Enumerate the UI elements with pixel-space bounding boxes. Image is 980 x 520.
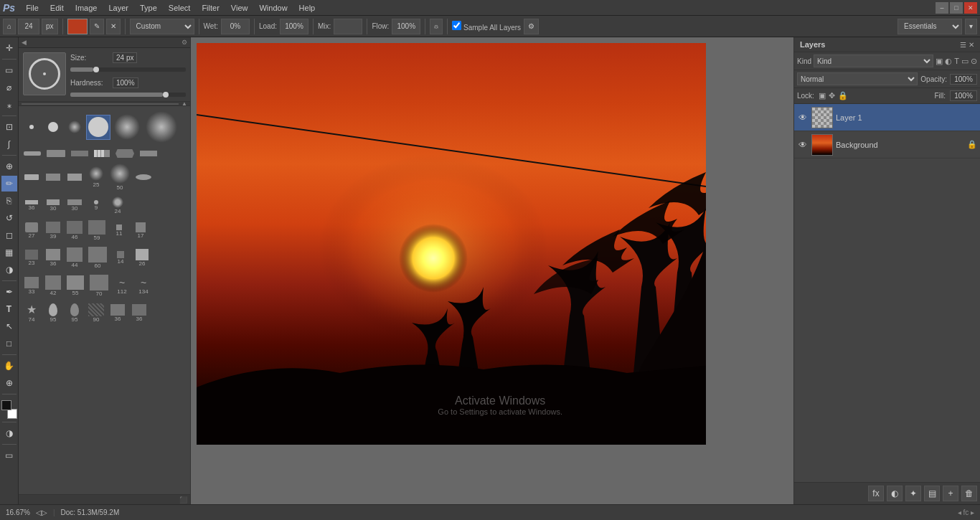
brush-preset-3[interactable] — [65, 118, 85, 136]
load-input[interactable] — [280, 19, 308, 34]
wet-input[interactable] — [221, 19, 250, 34]
minimize-button[interactable]: – — [936, 2, 948, 14]
brush-preset-texture-1[interactable]: 90 — [86, 301, 106, 325]
brush-type-button[interactable]: ⌂ — [3, 19, 16, 34]
filter-pixel-icon[interactable]: ▣ — [936, 57, 943, 66]
brush-preset-r7-6[interactable]: ~ 134 — [133, 275, 154, 297]
layer-new-button[interactable]: + — [943, 486, 958, 501]
maximize-button[interactable]: □ — [950, 2, 963, 14]
size-value[interactable]: 24 px — [113, 52, 137, 63]
hardness-slider-thumb[interactable] — [163, 92, 169, 98]
brush-preset-drop-1[interactable]: 95 — [43, 301, 63, 325]
brush-preset-r6-2[interactable]: 36 — [43, 247, 63, 269]
tool-marquee[interactable]: ▭ — [1, 62, 17, 78]
menu-window[interactable]: Window — [254, 2, 292, 14]
brush-panel-expand[interactable]: ⬛ — [179, 496, 187, 504]
brush-preset-r4-5[interactable]: 24 — [108, 194, 128, 217]
canvas-image[interactable]: Activate Windows Go to Settings to activ… — [197, 43, 706, 445]
pressure-button[interactable]: ⚙ — [524, 19, 539, 34]
sample-all-checkbox[interactable] — [452, 21, 461, 30]
brush-preset-round-sm-2[interactable]: 50 — [108, 161, 132, 193]
layer-delete-button[interactable]: 🗑 — [961, 486, 977, 501]
layer-item-layer1[interactable]: 👁 Layer 1 — [794, 104, 980, 131]
brush-preset-r6-3[interactable]: 44 — [65, 245, 85, 270]
brush-preset-dash-4[interactable] — [92, 148, 112, 159]
tool-wand[interactable]: ⁎ — [1, 97, 17, 113]
layer-mask-button[interactable]: ◐ — [887, 486, 903, 501]
lock-pixels-icon[interactable]: ▣ — [819, 91, 826, 100]
hardness-value[interactable]: 100% — [113, 77, 138, 88]
workspace-manage-button[interactable]: ▾ — [965, 19, 977, 34]
lock-move-icon[interactable]: ✥ — [829, 91, 835, 100]
tool-shape[interactable]: □ — [1, 336, 17, 351]
panel-menu-icon[interactable]: ☰ — [960, 41, 966, 49]
brush-preset-r5-3[interactable]: 46 — [65, 219, 85, 242]
blend-mode-select[interactable]: Normal — [797, 72, 918, 85]
tool-heal[interactable]: ⊕ — [1, 159, 17, 174]
menu-edit[interactable]: Edit — [45, 2, 69, 14]
layer-adjust-button[interactable]: ✦ — [905, 486, 921, 501]
layer-item-background[interactable]: 👁 Background 🔒 — [794, 131, 980, 159]
brush-preset-1[interactable] — [22, 123, 42, 132]
brush-preset-r4-3[interactable]: 30 — [65, 197, 85, 214]
panel-collapse-left[interactable]: ◀ — [22, 39, 27, 46]
lock-all-icon[interactable]: 🔒 — [838, 91, 848, 100]
tool-zoom[interactable]: ⊕ — [1, 375, 17, 391]
close-button[interactable]: ✕ — [964, 2, 977, 14]
menu-type[interactable]: Type — [135, 2, 162, 14]
brush-preset-r4-1[interactable]: 36 — [22, 198, 42, 213]
tool-gradient[interactable]: ▦ — [1, 245, 17, 260]
opacity-input[interactable] — [950, 74, 977, 85]
tool-type[interactable]: T — [1, 301, 17, 317]
brush-preset-r3-4[interactable] — [133, 172, 154, 182]
tool-move[interactable]: ✛ — [1, 40, 17, 56]
tool-crop[interactable]: ⊡ — [1, 119, 17, 135]
brush-preset-texture-3[interactable]: 36 — [129, 302, 149, 324]
brush-preset-dash-2[interactable] — [44, 148, 67, 159]
brush-preset-texture-2[interactable]: 36 — [108, 302, 128, 324]
size-slider-thumb[interactable] — [93, 67, 99, 72]
filter-type-icon[interactable]: T — [954, 57, 959, 66]
layer-group-button[interactable]: ▤ — [924, 486, 940, 501]
zoom-level[interactable]: 16.67% — [6, 509, 30, 516]
brush-preset-4[interactable] — [86, 115, 110, 140]
brush-preset-r5-2[interactable]: 39 — [43, 219, 63, 242]
brush-preset-dash-6[interactable] — [138, 148, 159, 159]
background-color[interactable] — [7, 409, 17, 419]
tool-path-select[interactable]: ↖ — [1, 318, 17, 334]
quick-mask-button[interactable]: ◑ — [1, 425, 17, 441]
tool-dodge[interactable]: ◑ — [1, 262, 17, 278]
tool-pen[interactable]: ✒ — [1, 284, 17, 300]
flow-input[interactable] — [392, 19, 420, 34]
brush-preset-r5-4[interactable]: 59 — [86, 218, 108, 243]
hardness-slider[interactable] — [70, 93, 186, 97]
mix-input[interactable] — [334, 19, 362, 34]
brush-preset-6[interactable] — [143, 109, 179, 146]
filter-shape-icon[interactable]: ▭ — [961, 57, 969, 66]
zoom-nav-icon[interactable]: ◁▷ — [36, 509, 47, 516]
brush-preset-r6-5[interactable]: 14 — [110, 249, 131, 267]
brush-preset-r6-4[interactable]: 60 — [86, 245, 109, 271]
brush-preset-r4-4[interactable]: 9 — [86, 198, 106, 213]
brush-preset-r3-1[interactable] — [22, 172, 42, 182]
brush-preset-dash-3[interactable] — [69, 148, 90, 159]
menu-image[interactable]: Image — [70, 2, 103, 14]
brush-preset-2[interactable] — [43, 120, 63, 135]
filter-select[interactable]: Kind — [814, 55, 933, 67]
layer-visibility-background[interactable]: 👁 — [797, 139, 809, 151]
brush-preset-5[interactable] — [112, 112, 142, 143]
canvas-wrapper[interactable]: Activate Windows Go to Settings to activ… — [191, 37, 793, 504]
brush-preset-dash-5[interactable] — [113, 147, 136, 160]
panel-settings-icon[interactable]: ⚙ — [182, 39, 187, 46]
workspace-select[interactable]: Essentials — [897, 19, 962, 34]
brush-preset-round-sm-1[interactable]: 25 — [86, 164, 106, 190]
airbrush-button[interactable]: ⍝ — [430, 19, 443, 34]
tool-eyedropper[interactable]: ∫ — [1, 136, 17, 152]
menu-view[interactable]: View — [226, 2, 253, 14]
brush-mode-icon[interactable]: ✎ — [90, 19, 104, 34]
brush-preset-r3-3[interactable] — [65, 171, 85, 183]
brush-cancel-icon[interactable]: ✕ — [106, 19, 121, 34]
menu-select[interactable]: Select — [164, 2, 196, 14]
size-slider[interactable] — [70, 67, 186, 72]
tool-history[interactable]: ↺ — [1, 210, 17, 226]
